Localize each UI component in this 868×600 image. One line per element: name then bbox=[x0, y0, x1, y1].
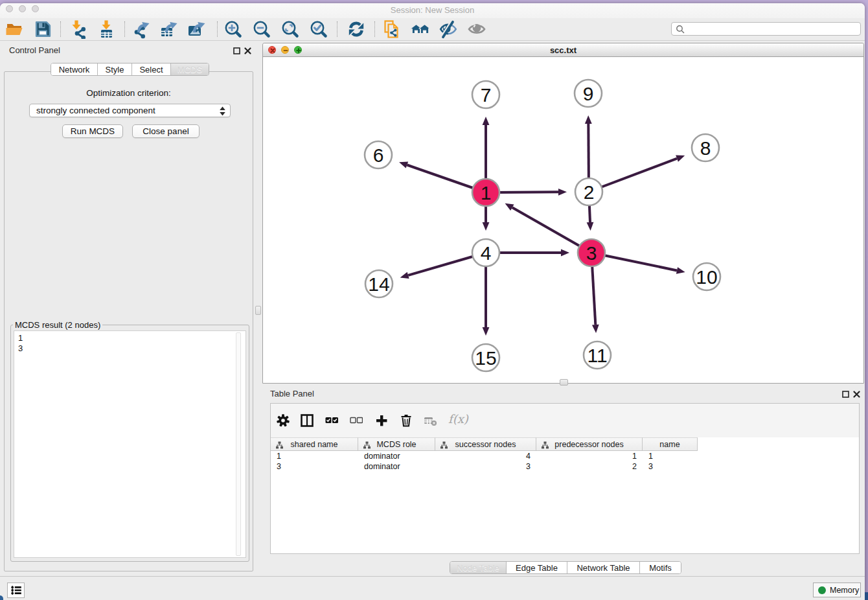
toolbar-button-export-network[interactable] bbox=[131, 19, 152, 40]
toolbar-button-clone-network[interactable] bbox=[381, 19, 402, 40]
table-tab-node-table[interactable]: Node Table bbox=[450, 562, 507, 573]
table-toolbar-column-layout-button[interactable] bbox=[297, 411, 317, 430]
svg-text:10: 10 bbox=[696, 266, 717, 288]
graph-node-14[interactable]: 14 bbox=[365, 270, 393, 297]
toolbar-separator bbox=[217, 21, 218, 37]
column-header-shared-name[interactable]: shared name bbox=[271, 437, 358, 451]
network-frame-titlebar[interactable]: scc.txt bbox=[263, 43, 863, 57]
toolbar-button-open-folder[interactable] bbox=[4, 19, 25, 40]
cell-name: 3 bbox=[643, 461, 698, 472]
search-input[interactable] bbox=[687, 23, 856, 34]
table-toolbar-select-all-check-button[interactable] bbox=[322, 411, 341, 430]
control-panel: Control Panel NetworkStyleSelectMCDS Opt… bbox=[0, 41, 254, 576]
table-tab-network-table[interactable]: Network Table bbox=[567, 562, 640, 573]
tab-mcds[interactable]: MCDS bbox=[171, 63, 209, 75]
hide-selected-icon bbox=[439, 19, 458, 39]
result-scrollbar[interactable] bbox=[236, 332, 241, 556]
toolbar-button-first-neighbors[interactable] bbox=[410, 19, 431, 40]
control-panel-header: Control Panel bbox=[0, 41, 254, 58]
mcds-result-textarea[interactable]: 1 3 bbox=[14, 330, 246, 558]
delete-column-icon bbox=[400, 414, 413, 427]
optimization-criterion-label: Optimization criterion: bbox=[5, 88, 253, 98]
network-view-frame: scc.txt 7968124314101511 bbox=[262, 43, 864, 384]
graph-node-6[interactable]: 6 bbox=[365, 141, 392, 168]
graph-node-9[interactable]: 9 bbox=[575, 80, 602, 107]
graph-node-8[interactable]: 8 bbox=[692, 134, 719, 161]
desktop-edge-fragment bbox=[865, 592, 868, 600]
cell-successor-nodes: 3 bbox=[435, 461, 536, 472]
tab-network[interactable]: Network bbox=[51, 63, 98, 75]
list-icon bbox=[11, 586, 21, 595]
mcds-result-group: MCDS result (2 nodes) 1 3 bbox=[10, 325, 249, 562]
criterion-value: strongly connected component bbox=[36, 106, 155, 115]
toolbar-button-zoom-in[interactable] bbox=[223, 19, 244, 40]
graph-node-3[interactable]: 3 bbox=[578, 239, 605, 266]
network-title: scc.txt bbox=[263, 45, 863, 55]
cell-MCDS-role: dominator bbox=[358, 461, 435, 472]
main-titlebar[interactable]: Session: New Session bbox=[0, 3, 865, 18]
table-toolbar-deselect-all-button[interactable] bbox=[347, 411, 366, 430]
network-graph-canvas[interactable]: 7968124314101511 bbox=[263, 57, 863, 383]
table-row[interactable]: 3dominator323 bbox=[271, 461, 859, 472]
criterion-dropdown[interactable]: strongly connected component bbox=[29, 104, 231, 117]
table-panel-tabs: Node TableEdge TableNetwork TableMotifs bbox=[450, 561, 681, 574]
toolbar-button-export-image[interactable] bbox=[186, 19, 207, 40]
column-header-successor-nodes[interactable]: successor nodes bbox=[435, 437, 536, 451]
search-box[interactable] bbox=[671, 22, 861, 36]
graph-node-4[interactable]: 4 bbox=[472, 239, 499, 266]
delete-table-icon bbox=[424, 414, 437, 427]
graph-node-2[interactable]: 2 bbox=[575, 178, 602, 205]
toolbar-separator bbox=[337, 21, 337, 37]
column-header-label: successor nodes bbox=[455, 440, 516, 449]
table-toolbar-delete-column-button[interactable] bbox=[396, 411, 416, 430]
toolbar-button-refresh-layout[interactable] bbox=[346, 19, 367, 40]
table-row[interactable]: 1dominator411 bbox=[271, 451, 859, 461]
table-toolbar-gear-button[interactable] bbox=[273, 411, 293, 430]
toolbar-separator bbox=[60, 21, 61, 37]
task-history-button[interactable] bbox=[7, 583, 25, 598]
graph-node-7[interactable]: 7 bbox=[472, 81, 499, 108]
toolbar-button-zoom-fit[interactable] bbox=[280, 19, 301, 40]
tab-select[interactable]: Select bbox=[132, 63, 171, 75]
toolbar-button-import-network[interactable] bbox=[69, 19, 89, 40]
tab-style[interactable]: Style bbox=[98, 63, 132, 75]
svg-text:7: 7 bbox=[481, 84, 492, 106]
table-panel: Table Panel f(x) shared nameMCDS rolesuc… bbox=[262, 384, 865, 576]
table-toolbar-delete-table-button[interactable] bbox=[420, 411, 440, 430]
table-toolbar-add-column-button[interactable] bbox=[372, 411, 391, 430]
cell-shared-name: 3 bbox=[271, 461, 358, 472]
graph-node-15[interactable]: 15 bbox=[472, 344, 499, 371]
graph-node-11[interactable]: 11 bbox=[584, 341, 611, 369]
table-toolbar: f(x) bbox=[271, 404, 859, 437]
vertical-splitter-grip[interactable] bbox=[255, 306, 261, 315]
table-panel-title: Table Panel bbox=[270, 389, 314, 398]
toolbar-button-zoom-selected[interactable] bbox=[308, 19, 329, 40]
float-panel-icon[interactable] bbox=[233, 45, 240, 52]
function-builder-button[interactable]: f(x) bbox=[448, 412, 468, 426]
toolbar-button-show-all[interactable] bbox=[466, 19, 487, 40]
node-table-header: shared nameMCDS rolesuccessor nodesprede… bbox=[271, 437, 859, 451]
toolbar-button-export-table[interactable] bbox=[158, 19, 179, 40]
toolbar-button-save-session[interactable] bbox=[32, 19, 53, 40]
toolbar-button-zoom-out[interactable] bbox=[251, 19, 272, 40]
horizontal-splitter-grip[interactable] bbox=[560, 379, 568, 386]
graph-node-10[interactable]: 10 bbox=[693, 263, 720, 290]
mcds-result-values: 1 3 bbox=[18, 333, 23, 354]
graph-node-1[interactable]: 1 bbox=[472, 179, 499, 206]
svg-text:14: 14 bbox=[368, 273, 389, 295]
column-header-MCDS-role[interactable]: MCDS role bbox=[358, 437, 435, 451]
window-title: Session: New Session bbox=[0, 5, 865, 15]
toolbar-button-import-table[interactable] bbox=[96, 19, 117, 40]
toolbar-button-hide-selected[interactable] bbox=[438, 19, 459, 40]
control-panel-tabs: NetworkStyleSelectMCDS bbox=[51, 63, 209, 76]
table-close-icon[interactable] bbox=[853, 389, 860, 396]
table-tab-motifs[interactable]: Motifs bbox=[640, 562, 681, 573]
column-header-name[interactable]: name bbox=[643, 437, 698, 451]
run-mcds-button[interactable]: Run MCDS bbox=[62, 124, 123, 138]
table-tab-edge-table[interactable]: Edge Table bbox=[507, 562, 567, 573]
memory-button[interactable]: Memory bbox=[813, 583, 861, 597]
close-panel-button[interactable]: Close panel bbox=[132, 124, 200, 138]
column-header-predecessor-nodes[interactable]: predecessor nodes bbox=[536, 437, 643, 451]
close-panel-icon[interactable] bbox=[244, 45, 251, 52]
table-float-icon[interactable] bbox=[842, 389, 849, 396]
